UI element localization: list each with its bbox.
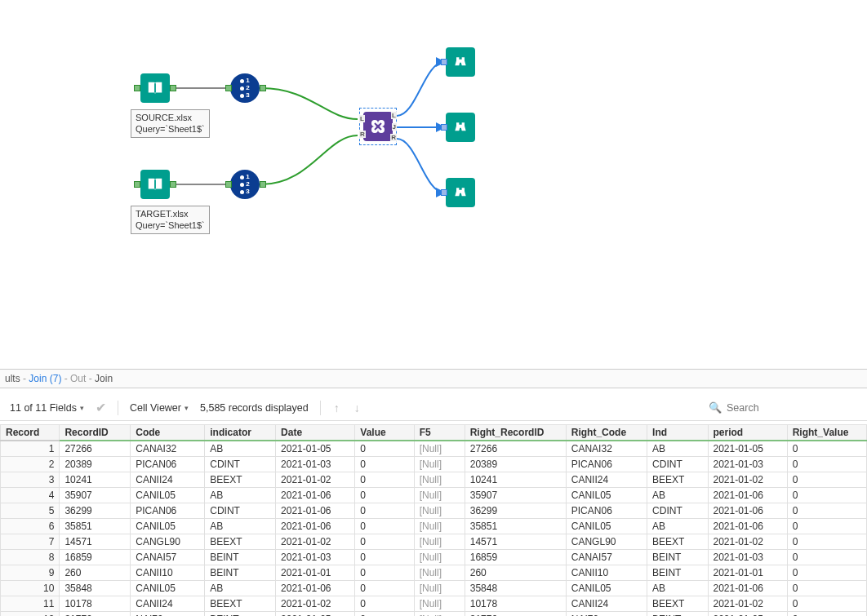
cell-n[interactable]: 5 xyxy=(1,503,60,519)
cell-Ind[interactable]: BEEXT xyxy=(647,472,708,488)
input2-anchor-in[interactable] xyxy=(134,181,140,188)
column-header-indicator[interactable]: indicator xyxy=(205,425,276,441)
cell-Code[interactable]: CANIL05 xyxy=(131,581,205,596)
search-box[interactable]: 🔍 xyxy=(709,401,857,414)
cell-indicator[interactable]: CDINT xyxy=(205,503,276,519)
cell-indicator[interactable]: AB xyxy=(205,441,276,457)
cell-Date[interactable]: 2021-01-05 xyxy=(276,612,355,617)
cell-Code[interactable]: CANIL05 xyxy=(131,488,205,503)
cell-Right_Code[interactable]: CANII24 xyxy=(566,596,647,612)
cell-period[interactable]: 2021-01-02 xyxy=(708,596,787,612)
column-header-code[interactable]: Code xyxy=(131,425,205,441)
cell-Right_RecordID[interactable]: 20389 xyxy=(465,457,566,472)
cell-Ind[interactable]: BEINT xyxy=(647,565,708,581)
cell-Right_Code[interactable]: CANAI57 xyxy=(566,550,647,565)
cell-n[interactable]: 3 xyxy=(1,472,60,488)
cell-Right_Value[interactable]: 0 xyxy=(787,457,866,472)
cell-Code[interactable]: CANII10 xyxy=(131,565,205,581)
cell-Right_Value[interactable]: 0 xyxy=(787,565,866,581)
cell-Date[interactable]: 2021-01-06 xyxy=(276,519,355,534)
cell-Right_Code[interactable]: NAI70 xyxy=(566,612,647,617)
cell-indicator[interactable]: BEINT xyxy=(205,565,276,581)
cell-indicator[interactable]: BEINT xyxy=(205,612,276,617)
cell-RecordID[interactable]: 14571 xyxy=(60,534,131,550)
cell-RecordID[interactable]: 16859 xyxy=(60,550,131,565)
cell-n[interactable]: 1 xyxy=(1,441,60,457)
cell-Right_Code[interactable]: PICAN06 xyxy=(566,503,647,519)
cell-indicator[interactable]: CDINT xyxy=(205,457,276,472)
cell-Right_RecordID[interactable]: 10241 xyxy=(465,472,566,488)
cell-F5[interactable]: [Null] xyxy=(414,457,465,472)
cell-F5[interactable]: [Null] xyxy=(414,596,465,612)
join-port-J-out[interactable]: J xyxy=(392,123,397,131)
join-port-R-out[interactable]: R xyxy=(390,134,397,141)
cell-period[interactable]: 2021-01-03 xyxy=(708,457,787,472)
cell-Right_Value[interactable]: 0 xyxy=(787,472,866,488)
cell-period[interactable]: 2021-01-06 xyxy=(708,581,787,596)
cell-Code[interactable]: CANII24 xyxy=(131,472,205,488)
cell-Right_RecordID[interactable]: 10178 xyxy=(465,596,566,612)
cell-Right_Value[interactable]: 0 xyxy=(787,581,866,596)
cell-Value[interactable]: 0 xyxy=(355,472,414,488)
cell-n[interactable]: 6 xyxy=(1,519,60,534)
cell-Right_Code[interactable]: CANIL05 xyxy=(566,488,647,503)
cell-Right_RecordID[interactable]: 27266 xyxy=(465,441,566,457)
cell-Date[interactable]: 2021-01-02 xyxy=(276,596,355,612)
column-header-right_recordid[interactable]: Right_RecordID xyxy=(465,425,566,441)
cell-RecordID[interactable]: 260 xyxy=(60,565,131,581)
cell-Ind[interactable]: AB xyxy=(647,441,708,457)
cell-indicator[interactable]: AB xyxy=(205,488,276,503)
cell-Date[interactable]: 2021-01-03 xyxy=(276,457,355,472)
cell-indicator[interactable]: AB xyxy=(205,581,276,596)
join-port-L-in[interactable]: L xyxy=(359,115,365,122)
arrow-up-button[interactable]: ↑ xyxy=(332,401,341,414)
cell-F5[interactable]: [Null] xyxy=(414,612,465,617)
cell-Value[interactable]: 0 xyxy=(355,581,414,596)
search-input[interactable] xyxy=(727,402,857,414)
input-anchor-in[interactable] xyxy=(134,85,140,91)
cell-RecordID[interactable]: 27266 xyxy=(60,441,131,457)
cell-Right_Code[interactable]: CANGL90 xyxy=(566,534,647,550)
cell-Ind[interactable]: BEINT xyxy=(647,612,708,617)
cell-Right_Code[interactable]: CANII10 xyxy=(566,565,647,581)
cell-Code[interactable]: PICAN06 xyxy=(131,503,205,519)
cell-RecordID[interactable]: 10178 xyxy=(60,596,131,612)
cell-n[interactable]: 12 xyxy=(1,612,60,617)
cell-Right_Code[interactable]: CANAI32 xyxy=(566,441,647,457)
cell-F5[interactable]: [Null] xyxy=(414,550,465,565)
cell-Value[interactable]: 0 xyxy=(355,550,414,565)
cell-Date[interactable]: 2021-01-06 xyxy=(276,503,355,519)
table-row[interactable]: 310241CANII24BEEXT2021-01-020[Null]10241… xyxy=(1,472,867,488)
table-row[interactable]: 1110178CANII24BEEXT2021-01-020[Null]1017… xyxy=(1,596,867,612)
table-row[interactable]: 714571CANGL90BEEXT2021-01-020[Null]14571… xyxy=(1,534,867,550)
cell-RecordID[interactable]: 31776 xyxy=(60,612,131,617)
cell-Value[interactable]: 0 xyxy=(355,457,414,472)
cell-Value[interactable]: 0 xyxy=(355,441,414,457)
cell-n[interactable]: 2 xyxy=(1,457,60,472)
cell-Right_RecordID[interactable]: 16859 xyxy=(465,550,566,565)
cell-F5[interactable]: [Null] xyxy=(414,488,465,503)
table-row[interactable]: 220389PICAN06CDINT2021-01-030[Null]20389… xyxy=(1,457,867,472)
cell-Date[interactable]: 2021-01-01 xyxy=(276,565,355,581)
input-anchor-out[interactable] xyxy=(170,85,176,91)
cell-Right_Value[interactable]: 0 xyxy=(787,441,866,457)
cell-RecordID[interactable]: 35851 xyxy=(60,519,131,534)
cell-indicator[interactable]: BEEXT xyxy=(205,534,276,550)
cell-Value[interactable]: 0 xyxy=(355,565,414,581)
cell-RecordID[interactable]: 35848 xyxy=(60,581,131,596)
cell-Date[interactable]: 2021-01-06 xyxy=(276,581,355,596)
column-header-date[interactable]: Date xyxy=(276,425,355,441)
browse1-anchor-in[interactable] xyxy=(441,59,447,65)
record-id-tool-2[interactable]: 1 2 3 xyxy=(230,170,260,199)
recid1-anchor-out[interactable] xyxy=(260,85,266,91)
cell-RecordID[interactable]: 20389 xyxy=(60,457,131,472)
table-row[interactable]: 536299PICAN06CDINT2021-01-060[Null]36299… xyxy=(1,503,867,519)
cell-Right_Code[interactable]: PICAN06 xyxy=(566,457,647,472)
cell-period[interactable]: 2021-01-06 xyxy=(708,488,787,503)
cell-indicator[interactable]: BEEXT xyxy=(205,596,276,612)
cell-n[interactable]: 10 xyxy=(1,581,60,596)
browse3-anchor-in[interactable] xyxy=(441,189,447,196)
cell-F5[interactable]: [Null] xyxy=(414,534,465,550)
cell-n[interactable]: 8 xyxy=(1,550,60,565)
cell-Right_Code[interactable]: CANII24 xyxy=(566,472,647,488)
